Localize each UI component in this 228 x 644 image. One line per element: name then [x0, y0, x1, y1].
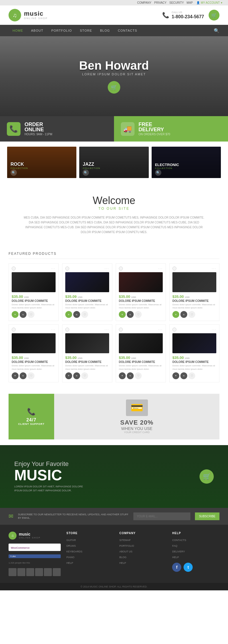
product-checkbox-3[interactable]	[119, 267, 123, 270]
twitter-social-button[interactable]: t	[184, 563, 193, 572]
company-link-about[interactable]: ABOUT US	[119, 550, 133, 553]
collection-rock-search[interactable]: 🔍	[11, 169, 17, 176]
store-link-guitar[interactable]: GUITAR	[66, 539, 76, 542]
wishlist-1[interactable]: ♡	[28, 311, 34, 318]
my-account[interactable]: 👤 MY ACCOUNT ▾	[196, 1, 223, 4]
wishlist-4[interactable]: ♡	[188, 311, 195, 318]
nav-contacts[interactable]: CONTACTS	[114, 25, 141, 36]
company-link-help[interactable]: HELP	[119, 562, 126, 564]
newsletter-email-input[interactable]	[133, 512, 190, 520]
music-cart-button[interactable]: 🛒	[199, 469, 214, 484]
compare-5[interactable]: ≈	[20, 372, 27, 379]
product-menu-2[interactable]: ···	[105, 267, 109, 270]
product-title-1: DOLORE IPSUM COMMITE	[12, 299, 56, 302]
wishlist-3[interactable]: ♡	[135, 311, 142, 318]
logo[interactable]: ♫ music ONLINE SHOP	[9, 9, 48, 21]
topbar-company[interactable]: COMPANY	[137, 1, 151, 4]
wishlist-8[interactable]: ♡	[188, 372, 195, 379]
compare-8[interactable]: ≈	[180, 372, 187, 379]
store-link-keyboards[interactable]: KEYBOARDS	[66, 550, 82, 553]
product-checkbox-2[interactable]	[65, 267, 69, 270]
company-link-sitemap[interactable]: SITEMAP	[119, 539, 131, 542]
wishlist-7[interactable]: ♡	[135, 372, 142, 379]
collection-jazz-search[interactable]: 🔍	[83, 169, 89, 176]
search-icon[interactable]: 🔍	[214, 28, 219, 33]
nav-blog[interactable]: BLOG	[96, 25, 114, 36]
header-right: 📞 CALL US 1-800-234-5677 🛒	[162, 10, 219, 21]
support-hours: 24/7	[26, 417, 36, 423]
product-checkbox-4[interactable]	[172, 267, 176, 270]
list-item: BLOG	[119, 554, 167, 560]
nav-about[interactable]: ABOUT	[27, 25, 47, 36]
nav-store[interactable]: STORE	[76, 25, 96, 36]
product-checkbox-7[interactable]	[119, 328, 123, 332]
product-checkbox-8[interactable]	[172, 328, 176, 332]
product-price-1: $35.00 USD	[12, 294, 56, 299]
add-to-cart-8[interactable]: +	[172, 372, 179, 379]
collection-jazz[interactable]: JAZZ COLLECTION 🔍	[79, 147, 148, 178]
compare-1[interactable]: ≈	[20, 311, 27, 318]
product-title-5: DOLORE IPSUM COMMITE	[12, 360, 56, 364]
compare-7[interactable]: ≈	[127, 372, 134, 379]
product-desc-6: Donec dolor ipsum commite. Maecenas at r…	[65, 364, 109, 370]
nav-portfolio[interactable]: PORTFOLIO	[47, 25, 76, 36]
collection-rock-sub: COLLECTION	[11, 167, 28, 169]
featured-title: FEATURED PRODUCTS	[9, 252, 219, 259]
nav-home[interactable]: HOME	[9, 25, 27, 36]
top-bar-links: COMPANY PRIVACY SECURITY MAP	[137, 1, 193, 4]
add-to-cart-2[interactable]: +	[65, 311, 72, 318]
store-link-help[interactable]: HELP	[66, 562, 73, 564]
add-to-cart-4[interactable]: +	[172, 311, 179, 318]
product-title-8: DOLORE IPSUM COMMITE	[172, 360, 216, 364]
topbar-security[interactable]: SECURITY	[169, 1, 184, 4]
help-link-contacts[interactable]: CONTACTS	[172, 539, 186, 542]
compare-2[interactable]: ≈	[73, 311, 80, 318]
compare-6[interactable]: ≈	[73, 372, 80, 379]
footer-facebook-btn[interactable]: f Like	[9, 554, 61, 558]
product-menu-6[interactable]: ···	[105, 328, 109, 332]
product-menu-8[interactable]: ···	[212, 328, 216, 332]
wishlist-5[interactable]: ♡	[28, 372, 34, 379]
company-link-blog[interactable]: BLOG	[119, 556, 127, 559]
collection-electronic[interactable]: ELECTRONIC COLLECTION 🔍	[152, 147, 221, 178]
store-link-piano[interactable]: PIANO	[66, 556, 74, 559]
topbar-privacy[interactable]: PRIVACY	[154, 1, 166, 4]
collection-rock-label: ROCK COLLECTION	[11, 162, 28, 169]
collection-rock[interactable]: ROCK COLLECTION 🔍	[7, 147, 76, 178]
topbar-map[interactable]: MAP	[187, 1, 193, 4]
add-to-cart-5[interactable]: +	[12, 372, 19, 379]
product-checkbox-5[interactable]	[12, 328, 16, 332]
product-menu-4[interactable]: ···	[212, 267, 216, 270]
add-to-cart-7[interactable]: +	[119, 372, 126, 379]
help-link-delivery[interactable]: DELIVERY	[172, 550, 185, 553]
add-to-cart-3[interactable]: +	[119, 311, 126, 318]
product-checkbox-1[interactable]	[12, 267, 16, 270]
list-item: HELP	[119, 560, 167, 566]
wishlist-2[interactable]: ♡	[81, 311, 88, 318]
newsletter-subscribe-button[interactable]: SUBSCRIBE	[195, 512, 219, 520]
product-checkbox-6[interactable]	[65, 328, 69, 332]
product-menu-5[interactable]: ···	[51, 328, 56, 332]
facebook-social-button[interactable]: f	[172, 563, 181, 572]
hero-cart-button[interactable]: 🛒	[108, 81, 120, 94]
header-cart-button[interactable]: 🛒	[209, 10, 219, 21]
add-to-cart-6[interactable]: +	[65, 372, 72, 379]
product-image-6	[65, 333, 109, 353]
product-title-2: DOLORE IPSUM COMMITE	[65, 299, 109, 302]
wishlist-6[interactable]: ♡	[81, 372, 88, 379]
add-to-cart-1[interactable]: +	[12, 311, 19, 318]
compare-4[interactable]: ≈	[180, 311, 187, 318]
footer-brand-name: music	[19, 532, 41, 536]
help-link-faq[interactable]: FAQ	[172, 544, 177, 547]
store-link-drums[interactable]: DRUMS	[66, 544, 76, 547]
compare-3[interactable]: ≈	[127, 311, 134, 318]
collection-electronic-search[interactable]: 🔍	[155, 169, 161, 176]
company-link-portfolio[interactable]: PORTFOLIO	[119, 544, 134, 547]
product-image-2	[65, 272, 109, 292]
products-row-2: ··· $35.00 USD DOLORE IPSUM COMMITE Done…	[9, 324, 219, 382]
product-menu-1[interactable]: ···	[51, 267, 56, 270]
footer-brand: ♫ music ONLINE SHOP	[9, 532, 61, 540]
product-menu-3[interactable]: ···	[158, 267, 163, 270]
help-link-help[interactable]: HELP	[172, 556, 179, 559]
product-menu-7[interactable]: ···	[158, 328, 163, 332]
